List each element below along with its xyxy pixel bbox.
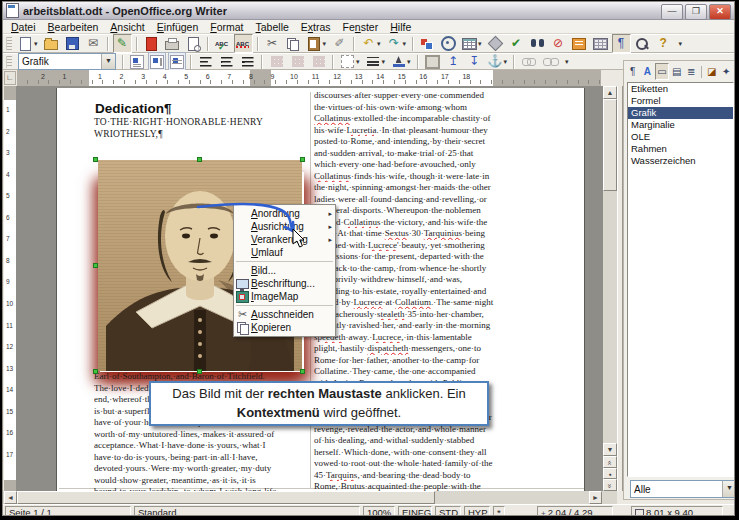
- chevron-down-icon[interactable]: ▼: [722, 481, 735, 497]
- chevron-down-icon[interactable]: ▾: [382, 58, 386, 66]
- frame-styles-icon[interactable]: ▭: [655, 63, 669, 80]
- toolbar-grip[interactable]: [6, 37, 12, 51]
- format-paintbrush-button[interactable]: ✐: [330, 34, 349, 53]
- selection-handle[interactable]: [93, 369, 98, 374]
- selection-handle[interactable]: [300, 369, 305, 374]
- maximize-button[interactable]: ❐: [685, 4, 707, 20]
- scroll-up-icon[interactable]: ▲: [603, 86, 617, 99]
- context-menu-item-kopieren[interactable]: Kopieren: [234, 321, 335, 334]
- new-style-from-selection-icon[interactable]: ✦: [719, 63, 733, 80]
- menu-hilfe[interactable]: Hilfe: [384, 21, 417, 33]
- datasources-button[interactable]: [570, 34, 589, 53]
- chevron-down-icon[interactable]: ▾: [34, 40, 38, 48]
- navigation-icon[interactable]: ●: [603, 468, 617, 479]
- selection-handle[interactable]: [300, 157, 305, 162]
- scroll-down-icon[interactable]: ▼: [603, 443, 617, 456]
- context-menu-item-imagemap[interactable]: ImageMap: [234, 290, 335, 303]
- chevron-down-icon[interactable]: ▾: [407, 58, 411, 66]
- title-bar[interactable]: arbeitsblatt.odt - OpenOffice.org Writer…: [3, 2, 734, 20]
- frame-styles-list[interactable]: EtikettenFormelGrafikMarginalieOLERahmen…: [627, 82, 734, 477]
- undo-button[interactable]: ↶▾: [359, 34, 383, 53]
- anchor-button[interactable]: ⚓▾: [486, 52, 510, 71]
- chevron-down-icon[interactable]: ▾: [478, 40, 482, 48]
- edit-file-button[interactable]: ✎: [113, 34, 132, 53]
- cut-button[interactable]: ✂: [263, 34, 282, 53]
- chevron-down-icon[interactable]: ▾: [323, 40, 327, 48]
- frame-style-select[interactable]: Grafik▼: [18, 53, 116, 70]
- context-menu-item-bild[interactable]: Bild...: [234, 264, 335, 277]
- selection-mode-field[interactable]: STD: [435, 506, 461, 516]
- borders-button[interactable]: ▾: [338, 52, 362, 71]
- hyperlink-mode-field[interactable]: HYP: [464, 506, 490, 516]
- email-button[interactable]: ✉: [84, 34, 103, 53]
- style-list-item-ole[interactable]: OLE: [628, 131, 733, 143]
- line-color-button[interactable]: ▾: [389, 52, 413, 71]
- fill-format-mode-icon[interactable]: ◪: [705, 63, 719, 80]
- ruler-corner-tab-selector[interactable]: ∟: [4, 71, 16, 85]
- align-right-button[interactable]: [238, 52, 257, 71]
- nonprinting-off-button[interactable]: ⊘: [549, 34, 568, 53]
- next-page-icon[interactable]: »: [603, 479, 617, 491]
- spellcheck-button[interactable]: [213, 34, 232, 53]
- context-menu-item-beschriftung[interactable]: Beschriftung...: [234, 277, 335, 290]
- open-button[interactable]: [42, 34, 61, 53]
- minimize-button[interactable]: —: [661, 4, 683, 20]
- page-preview-button[interactable]: [184, 34, 203, 53]
- wrap-off-button[interactable]: [128, 52, 146, 71]
- horizontal-scrollbar[interactable]: ◄►: [3, 491, 617, 504]
- zoom-button[interactable]: [633, 34, 652, 53]
- print-button[interactable]: [163, 34, 182, 53]
- toolbar-options-icon[interactable]: ▾: [676, 39, 686, 49]
- context-menu-item-verankerung[interactable]: Verankerung▸: [234, 233, 335, 246]
- bring-to-front-button[interactable]: ↥: [444, 52, 463, 71]
- context-menu-item-ausschneiden[interactable]: ✂Ausschneiden: [234, 308, 335, 321]
- vertical-scroll-thumb[interactable]: [603, 99, 617, 191]
- chevron-down-icon[interactable]: ▾: [403, 40, 407, 48]
- menu-datei[interactable]: Datei: [5, 21, 42, 33]
- align-center-button[interactable]: [217, 52, 236, 71]
- selection-handle[interactable]: [197, 157, 202, 162]
- scroll-right-icon[interactable]: ►: [589, 491, 602, 504]
- toolbar-options-icon[interactable]: ▾: [562, 57, 572, 67]
- paste-button[interactable]: ▾: [305, 34, 329, 53]
- horizontal-ruler[interactable]: 21123456789101112131415161718: [17, 70, 601, 86]
- selection-handle[interactable]: [93, 263, 98, 268]
- redo-button[interactable]: ↷▾: [385, 34, 409, 53]
- find-replace-button[interactable]: [528, 34, 547, 53]
- line-style-button[interactable]: ▾: [364, 52, 388, 71]
- vertical-scrollbar[interactable]: ▲▼«●»: [603, 86, 617, 491]
- horizontal-scroll-thumb[interactable]: [17, 491, 435, 504]
- previous-page-icon[interactable]: «: [603, 456, 617, 468]
- autocorrect-button[interactable]: ✔: [507, 34, 526, 53]
- menu-extras[interactable]: Extras: [295, 21, 337, 33]
- selection-handle[interactable]: [197, 369, 202, 374]
- export-pdf-button[interactable]: [142, 34, 161, 53]
- vertical-ruler[interactable]: 1234567891011121314151617: [4, 86, 16, 491]
- copy-button[interactable]: [284, 34, 303, 53]
- zoom-field[interactable]: 100%: [363, 506, 395, 516]
- page-field[interactable]: Seite 1 / 1: [5, 506, 131, 516]
- close-button[interactable]: ✕: [709, 4, 731, 20]
- insert-mode-field[interactable]: EINFG: [398, 506, 432, 516]
- style-list-item-rahmen[interactable]: Rahmen: [628, 143, 733, 155]
- scroll-left-icon[interactable]: ◄: [4, 491, 17, 504]
- frame-properties-button[interactable]: [423, 52, 442, 71]
- list-styles-icon[interactable]: ≣: [684, 63, 698, 80]
- wrap-page-button[interactable]: [148, 52, 166, 71]
- insert-table-button[interactable]: ▾: [460, 34, 484, 53]
- page-style-field[interactable]: Standard: [134, 506, 360, 516]
- table-borders-button[interactable]: [591, 34, 610, 53]
- chevron-down-icon[interactable]: ▾: [377, 40, 381, 48]
- character-styles-icon[interactable]: A: [641, 63, 655, 80]
- save-button[interactable]: [63, 34, 82, 53]
- menu-tabelle[interactable]: Tabelle: [250, 21, 295, 33]
- help-button[interactable]: ?: [654, 34, 673, 53]
- paragraph-styles-icon[interactable]: ¶: [626, 63, 640, 80]
- context-menu-item-umlauf[interactable]: Umlauf: [234, 246, 335, 259]
- toolbar-grip[interactable]: [6, 56, 12, 68]
- menu-ansicht[interactable]: Ansicht: [104, 21, 150, 33]
- menu-fenster[interactable]: Fenster: [337, 21, 385, 33]
- gallery-button[interactable]: [418, 34, 437, 53]
- wrap-through-button[interactable]: [168, 52, 186, 71]
- auto-spellcheck-button[interactable]: [234, 34, 253, 53]
